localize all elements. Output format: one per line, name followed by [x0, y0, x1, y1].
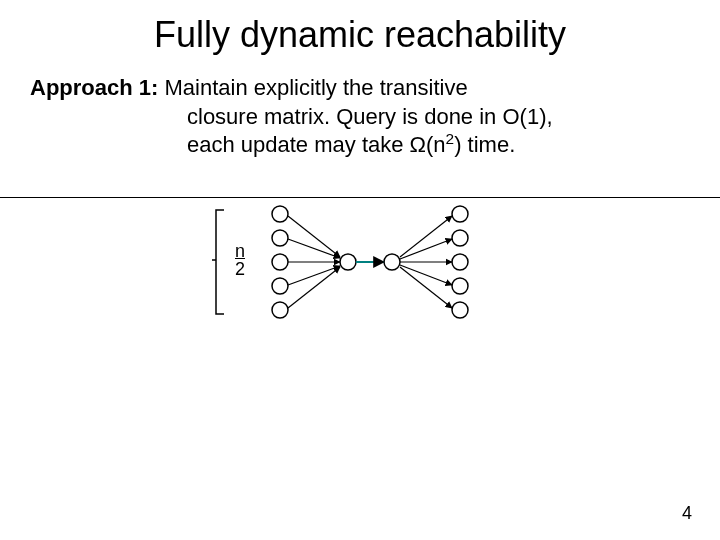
svg-line-21: [400, 265, 452, 285]
bracket-icon: [210, 208, 226, 316]
page-number: 4: [682, 503, 692, 524]
svg-point-9: [452, 254, 468, 270]
bipartite-graph-icon: [180, 202, 520, 332]
svg-point-11: [452, 302, 468, 318]
svg-line-16: [288, 267, 340, 308]
svg-line-13: [288, 239, 340, 258]
graph-figure: n 2: [180, 202, 520, 332]
svg-line-19: [400, 239, 452, 259]
svg-point-6: [384, 254, 400, 270]
svg-point-10: [452, 278, 468, 294]
svg-point-5: [340, 254, 356, 270]
svg-line-22: [400, 267, 452, 308]
approach-paragraph: Approach 1: Maintain explicitly the tran…: [30, 74, 690, 160]
svg-point-3: [272, 278, 288, 294]
svg-line-15: [288, 266, 340, 285]
svg-line-18: [400, 216, 452, 257]
svg-point-7: [452, 206, 468, 222]
omega-symbol: Ω: [410, 132, 426, 157]
line3c: ) time.: [454, 132, 515, 157]
svg-line-12: [288, 216, 340, 257]
svg-point-4: [272, 302, 288, 318]
line3-sup: 2: [446, 130, 455, 147]
line2: closure matrix. Query is done in O(1),: [187, 104, 553, 129]
svg-point-2: [272, 254, 288, 270]
line3b: (n: [426, 132, 446, 157]
divider: [0, 197, 720, 198]
svg-point-1: [272, 230, 288, 246]
approach-label: Approach 1:: [30, 75, 158, 100]
line1-rest: Maintain explicitly the transitive: [158, 75, 467, 100]
svg-point-0: [272, 206, 288, 222]
frac-numerator: n: [235, 242, 245, 260]
line3a: each update may take: [187, 132, 410, 157]
fraction-label: n 2: [235, 242, 245, 278]
svg-point-8: [452, 230, 468, 246]
page-title: Fully dynamic reachability: [0, 0, 720, 56]
frac-denominator: 2: [235, 260, 245, 278]
